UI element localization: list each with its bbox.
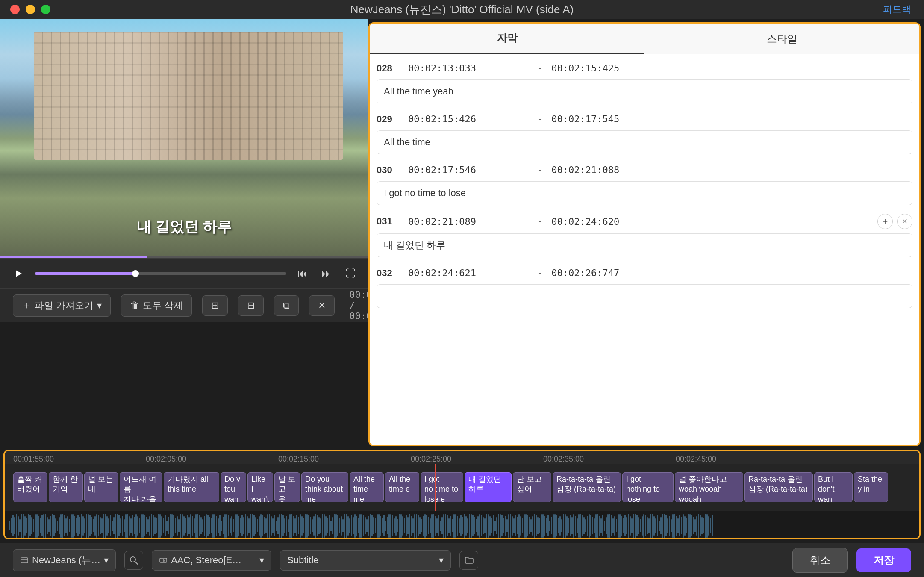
waveform-bar — [426, 515, 427, 536]
waveform-bar — [228, 515, 229, 536]
timeline-item[interactable]: 홀짝 커버렸어 — [13, 472, 47, 502]
timeline-item[interactable]: All thetime me — [350, 472, 384, 502]
end-time-input[interactable] — [548, 61, 674, 75]
waveform-bar — [306, 514, 308, 538]
timeline-item[interactable]: All thetime e — [385, 472, 419, 502]
timeline-item[interactable]: Ra-ta-ta-ta 울린심장 (Ra-ta-ta-ta) — [744, 472, 813, 502]
end-time-input[interactable] — [548, 215, 674, 229]
waveform-bar — [9, 521, 10, 530]
add-file-button[interactable]: ＋ 파일 가져오기 ▾ — [13, 294, 111, 317]
timeline-item[interactable]: Do ytou wan — [221, 472, 246, 502]
subtitle-text-input[interactable] — [377, 233, 912, 257]
subtitle-text-input[interactable] — [377, 181, 912, 205]
timeline-item[interactable]: 날 보고옷 — [274, 472, 300, 502]
copy-button[interactable]: ⧉ — [274, 295, 299, 316]
waveform-bar — [212, 514, 214, 538]
timeline-item[interactable]: I gotno time to lose e — [421, 472, 463, 502]
audio-select[interactable]: AAC, Stereo[E… ▾ — [152, 550, 271, 571]
insert-subtitle-button[interactable]: ⊞ — [202, 295, 228, 316]
timeline-item[interactable]: 기다렸지 allthis time — [164, 472, 219, 502]
timeline-ruler: 00:01:55:0000:02:05:0000:02:15:0000:02:2… — [5, 451, 919, 464]
tab-style[interactable]: 스타일 — [644, 24, 919, 54]
window-controls[interactable] — [10, 5, 50, 14]
waveform-bar — [103, 514, 104, 538]
maximize-button[interactable] — [41, 5, 50, 14]
waveform-bar — [387, 517, 388, 534]
waveform-bar — [26, 518, 27, 533]
waveform-bar — [185, 518, 186, 533]
timeline-item[interactable]: 난 보고싶어 — [513, 472, 551, 502]
waveform-bar — [291, 514, 292, 538]
end-time-input[interactable] — [548, 163, 674, 177]
search-button[interactable] — [124, 551, 143, 570]
waveform-bar — [120, 518, 121, 533]
waveform-bar — [421, 519, 422, 532]
subtitle-item: 028 - — [377, 61, 912, 103]
timeline-item[interactable]: Like Iwan't — [247, 472, 273, 502]
timeline-item[interactable]: Do youthink about me — [301, 472, 348, 502]
waveform-bar — [223, 517, 224, 534]
subtitle-number: 030 — [377, 165, 398, 176]
waveform-bar — [347, 516, 349, 536]
start-time-input[interactable] — [405, 163, 531, 177]
waveform-bar — [677, 518, 679, 533]
subtitle-number: 031 — [377, 216, 398, 227]
timeline-item[interactable]: 널 보는내 — [84, 472, 118, 502]
waveform-bar — [265, 518, 267, 533]
subtitle-select[interactable]: Subtitle ▾ — [280, 550, 451, 571]
play-button[interactable] — [10, 265, 26, 282]
timeline-item[interactable]: 어느새 여름지나 가을 — [120, 472, 162, 502]
start-time-input[interactable] — [405, 215, 531, 229]
project-select[interactable]: NewJeans (뉴… ▾ — [13, 549, 116, 571]
subtitle-label: Subtitle — [287, 555, 318, 566]
waveform-bar — [59, 517, 60, 534]
timeline-item[interactable]: 함께 한기억 — [49, 472, 83, 502]
video-progress-bar — [0, 256, 368, 258]
video-building — [34, 32, 343, 160]
align-icon: ⊟ — [247, 300, 255, 311]
align-button[interactable]: ⊟ — [238, 295, 264, 316]
feedback-button[interactable]: 피드백 — [883, 3, 911, 16]
waveform-bar — [277, 517, 279, 534]
end-time-input[interactable] — [548, 112, 674, 126]
skip-forward-button[interactable]: ⏭ — [319, 266, 334, 281]
timeline-item[interactable]: Sta they in — [854, 472, 888, 502]
add-row-button[interactable]: + — [877, 214, 893, 229]
titlebar: NewJeans (뉴진스) 'Ditto' Official MV (side… — [0, 0, 924, 19]
waveform-bar — [221, 521, 222, 531]
skip-back-button[interactable]: ⏮ — [295, 266, 310, 281]
subtitle-text-input[interactable] — [377, 79, 912, 103]
delete-button[interactable]: ✕ — [309, 295, 335, 316]
waveform-bar — [218, 518, 219, 533]
timeline-item[interactable]: 널 좋아한다고woah wooah wooah — [675, 472, 743, 502]
delete-all-button[interactable]: 🗑 모두 삭제 — [121, 294, 192, 317]
cancel-button[interactable]: 취소 — [792, 548, 848, 573]
waveform-bar — [41, 515, 43, 536]
close-button[interactable] — [10, 5, 20, 14]
fullscreen-button[interactable]: ⛶ — [343, 266, 358, 281]
waveform-bar — [472, 515, 474, 536]
minimize-button[interactable] — [26, 5, 35, 14]
timeline-item-text: Like I — [251, 474, 269, 495]
end-time-input[interactable] — [548, 266, 674, 280]
waveform-bar — [382, 518, 383, 533]
waveform-bar — [50, 516, 51, 536]
subtitle-text-input[interactable] — [377, 284, 912, 308]
timeline-item[interactable]: I gotnothing to lose — [622, 472, 674, 502]
timeline-item[interactable]: But Idon't wan — [814, 472, 853, 502]
progress-track[interactable] — [35, 272, 286, 275]
waveform-bar — [166, 521, 168, 531]
tab-subtitle[interactable]: 자막 — [370, 24, 644, 54]
delete-row-button[interactable]: × — [897, 214, 912, 229]
waveform-bar — [313, 516, 315, 536]
timeline-item[interactable]: Ra-ta-ta-ta 울린심장 (Ra-ta-ta-ta) — [553, 472, 621, 502]
start-time-input[interactable] — [405, 112, 531, 126]
subtitle-text-input[interactable] — [377, 130, 912, 154]
timeline-item[interactable]: 내 길었던하루 — [465, 472, 512, 502]
folder-button[interactable] — [459, 551, 478, 570]
start-time-input[interactable] — [405, 61, 531, 75]
waveform-bar — [561, 519, 562, 532]
save-button[interactable]: 저장 — [856, 548, 911, 572]
waveform-bar — [252, 514, 253, 538]
start-time-input[interactable] — [405, 266, 531, 280]
